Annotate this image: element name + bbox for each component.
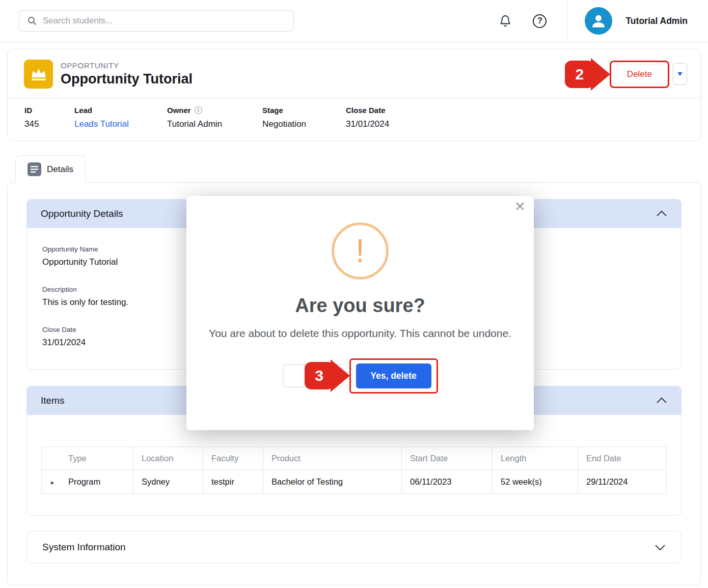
annotation-step-2-number: 2	[565, 61, 594, 88]
topbar-icons: ?	[499, 0, 567, 42]
col-start-date: Start Date	[402, 447, 493, 470]
avatar[interactable]	[585, 7, 612, 35]
system-information-title: System Information	[42, 542, 126, 553]
modal-actions: Yes, delete 3	[186, 358, 534, 394]
col-type: Type	[42, 447, 133, 470]
entity-type-label: OPPORTUNITY	[61, 61, 193, 70]
topbar: ? Tutorial Admin	[0, 0, 708, 42]
modal-title: Are you sure?	[186, 295, 534, 317]
field-close-date: Close Date 31/01/2024	[346, 106, 389, 129]
field-stage: Stage Negotiation	[262, 106, 346, 129]
field-owner-value: Tutorial Admin	[167, 119, 262, 129]
search-icon	[27, 16, 37, 26]
expand-chevron-down-icon[interactable]	[655, 544, 666, 551]
system-information-panel[interactable]: System Information	[26, 531, 682, 564]
annotation-arrow-head	[591, 58, 610, 91]
cell-start-date: 06/11/2023	[402, 470, 493, 494]
col-product: Product	[263, 447, 402, 470]
collapse-chevron-up-icon[interactable]	[656, 210, 667, 217]
delete-button[interactable]: Delete	[614, 64, 665, 85]
header-titles: OPPORTUNITY Opportunity Tutorial	[61, 61, 193, 87]
field-id-value: 345	[24, 119, 74, 129]
help-icon[interactable]: ?	[533, 14, 547, 28]
field-id-label: ID	[24, 106, 74, 115]
row-expand-icon[interactable]: ▸	[51, 478, 55, 486]
field-lead: Lead Leads Tutorial	[74, 106, 167, 129]
delete-dropdown-button[interactable]	[673, 63, 687, 85]
items-table-header-row: Type Location Faculty Product Start Date…	[42, 447, 667, 470]
field-stage-label: Stage	[262, 106, 346, 115]
field-stage-value: Negotiation	[262, 119, 346, 129]
cell-type: Program	[68, 477, 100, 486]
collapse-chevron-up-icon[interactable]	[656, 397, 667, 404]
user-name: Tutorial Admin	[625, 16, 688, 26]
opportunity-details-title: Opportunity Details	[41, 208, 123, 219]
details-card-icon	[28, 162, 41, 176]
tab-row: Details	[7, 155, 701, 182]
notifications-bell-icon[interactable]	[499, 14, 511, 27]
help-question-mark: ?	[533, 14, 547, 28]
close-icon[interactable]: ✕	[514, 200, 526, 214]
cell-end-date: 29/11/2024	[578, 470, 667, 494]
confirm-delete-button[interactable]: Yes, delete	[356, 363, 431, 388]
field-lead-label: Lead	[74, 106, 167, 115]
annotation-arrow-step-2: 2	[565, 58, 610, 91]
chevron-down-icon	[677, 72, 683, 76]
items-table: Type Location Faculty Product Start Date…	[41, 446, 667, 494]
user-menu[interactable]: Tutorial Admin	[567, 0, 708, 42]
field-owner: Owner i Tutorial Admin	[167, 106, 262, 129]
opportunity-crown-icon	[24, 60, 53, 89]
lead-link[interactable]: Leads Tutorial	[74, 119, 129, 129]
col-location: Location	[133, 447, 203, 470]
opportunity-summary-fields: ID 345 Lead Leads Tutorial Owner i Tutor…	[8, 98, 700, 141]
cell-length: 52 week(s)	[493, 470, 578, 494]
cell-faculty: testpir	[203, 470, 263, 494]
field-close-date-label: Close Date	[346, 106, 389, 115]
delete-confirmation-modal: ✕ ! Are you sure? You are about to delet…	[186, 196, 534, 430]
col-length: Length	[493, 447, 578, 470]
modal-message: You are about to delete this opportunity…	[204, 326, 516, 341]
header-actions: Delete 2	[610, 61, 687, 88]
field-owner-label: Owner	[167, 106, 191, 115]
search-input[interactable]	[43, 16, 286, 26]
cell-location: Sydney	[133, 470, 203, 494]
search-box[interactable]	[19, 10, 294, 32]
field-close-date-value: 31/01/2024	[346, 119, 389, 129]
warning-icon: !	[332, 222, 389, 279]
page-title: Opportunity Tutorial	[61, 71, 193, 87]
opportunity-header-card: OPPORTUNITY Opportunity Tutorial Delete …	[7, 49, 701, 141]
cancel-button[interactable]	[283, 364, 342, 387]
table-row: ▸ Program Sydney testpir Bachelor of Tes…	[42, 470, 667, 494]
tab-details[interactable]: Details	[15, 155, 86, 183]
items-title: Items	[41, 395, 64, 406]
owner-info-icon[interactable]: i	[195, 106, 202, 114]
tab-details-label: Details	[47, 164, 73, 175]
field-id: ID 345	[24, 106, 74, 129]
person-icon	[590, 12, 607, 30]
annotation-box-confirm: Yes, delete 3	[349, 358, 438, 394]
topbar-left	[0, 0, 499, 42]
col-faculty: Faculty	[203, 447, 263, 470]
cell-product: Bachelor of Testing	[263, 470, 402, 494]
opportunity-header-main: OPPORTUNITY Opportunity Tutorial Delete …	[8, 49, 700, 98]
annotation-box-delete: Delete 2	[610, 61, 669, 88]
col-end-date: End Date	[578, 447, 667, 470]
